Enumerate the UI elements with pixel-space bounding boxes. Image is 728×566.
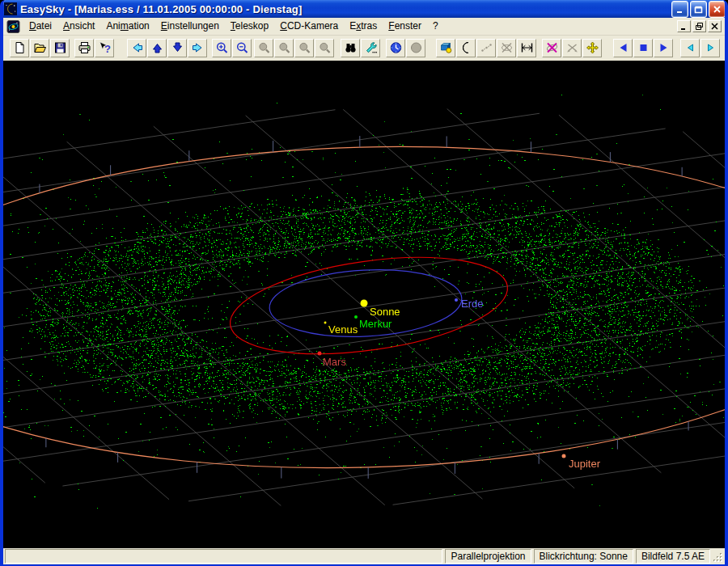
context-help-button[interactable]: ? <box>95 39 114 57</box>
scene-box-icon <box>439 41 453 54</box>
find-button[interactable] <box>341 39 360 57</box>
step-back-icon <box>684 41 697 54</box>
open-icon <box>33 41 47 54</box>
menu-teleskop[interactable]: Teleskop <box>225 18 274 35</box>
help-icon: ? <box>98 41 112 54</box>
mag-gray-icon <box>257 41 271 54</box>
toolbar-group <box>386 39 426 57</box>
status-panel-message <box>5 549 442 564</box>
step-forward-button[interactable] <box>700 39 720 57</box>
orbit-dots-icon <box>480 41 493 54</box>
menu-bar: DateiAnsichtAnimationEinstellungenTelesk… <box>3 18 725 36</box>
field-width-button[interactable] <box>517 39 536 57</box>
arrow-right-icon <box>191 41 205 54</box>
toolbar-group: ? <box>74 39 115 57</box>
toolbar-group <box>10 39 70 57</box>
menu-einstellungen[interactable]: Einstellungen <box>155 18 225 35</box>
sky-viewport: SonneMerkurVenusErdeMarsJupiter <box>3 61 725 548</box>
arrow-up-icon <box>150 41 164 54</box>
moon-view-button[interactable] <box>456 39 476 57</box>
mdi-minimize-button[interactable] <box>677 20 691 32</box>
status-panel-view-direction: Blickrichtung: Sonne <box>534 549 633 564</box>
clock-icon <box>389 41 403 54</box>
tracking-off-button <box>497 39 516 57</box>
app-moon-icon <box>4 2 17 15</box>
toolbar-group <box>127 39 208 57</box>
time-button[interactable] <box>386 39 405 57</box>
moon-icon <box>459 41 473 54</box>
title-bar[interactable]: EasySky - [Marias.ess / 11.01.2005 00:00… <box>0 0 728 18</box>
binoculars-icon <box>344 41 358 54</box>
maximize-button[interactable] <box>690 1 707 18</box>
anim-reverse-button[interactable] <box>613 39 633 57</box>
crossed-gray-icon <box>500 41 514 54</box>
horizon-view-button[interactable] <box>436 39 455 57</box>
play-back-icon <box>616 41 630 54</box>
open-button[interactable] <box>30 39 49 57</box>
crossed-gray2-icon <box>565 41 579 54</box>
toolbar-group <box>341 39 381 57</box>
anim-forward-button[interactable] <box>654 39 673 57</box>
sphere-button <box>406 39 425 57</box>
resize-grip[interactable] <box>713 549 724 564</box>
pan-left-button[interactable] <box>127 39 146 57</box>
toolbar-group <box>254 39 335 57</box>
menu-ansicht[interactable]: Ansicht <box>57 18 100 35</box>
no-track-button <box>562 39 582 57</box>
arrow-left-icon <box>130 41 144 54</box>
pan-right-button[interactable] <box>188 39 207 57</box>
orbit-path-button <box>476 39 496 57</box>
anim-stop-button[interactable] <box>633 39 653 57</box>
menu-extras[interactable]: Extras <box>344 18 383 35</box>
toolbar-group <box>436 39 537 57</box>
mag-gray-icon <box>277 41 291 54</box>
step-fwd-icon <box>704 41 717 54</box>
menu-?[interactable]: ? <box>427 18 444 35</box>
pan-up-button[interactable] <box>147 39 167 57</box>
toolbar-group <box>542 39 603 57</box>
step-back-button[interactable] <box>680 39 700 57</box>
save-button[interactable] <box>50 39 70 57</box>
status-bar: Parallelprojektion Blickrichtung: Sonne … <box>3 548 725 564</box>
sky-canvas[interactable] <box>3 61 725 548</box>
menu-fenster[interactable]: Fenster <box>383 18 427 35</box>
mag-gray-icon <box>298 41 311 54</box>
stop-icon <box>637 41 650 54</box>
zoom-preset-1-button <box>254 39 273 57</box>
circle-gray-icon <box>409 41 423 54</box>
toolbar-group <box>212 39 252 57</box>
new-icon <box>13 41 27 54</box>
wrench-icon <box>364 41 378 54</box>
menu-ccd-kamera[interactable]: CCD-Kamera <box>274 18 344 35</box>
mdi-restore-button[interactable] <box>692 20 706 32</box>
pan-down-button[interactable] <box>167 39 187 57</box>
move-icon <box>586 41 599 54</box>
status-panel-projection: Parallelprojektion <box>445 549 531 564</box>
zoom-preset-2-button <box>274 39 294 57</box>
zoom-in-button[interactable] <box>212 39 231 57</box>
toolbar-group <box>680 39 721 57</box>
center-object-button[interactable] <box>582 39 602 57</box>
mdi-close-button[interactable] <box>708 20 722 32</box>
main-toolbar: ? <box>3 36 725 61</box>
zoom-preset-3-button <box>294 39 314 57</box>
no-ellipse-icon <box>545 41 559 54</box>
arrow-down-icon <box>171 41 184 54</box>
status-panel-field: Bildfeld 7.5 AE <box>636 549 710 564</box>
toolbar-group <box>613 39 674 57</box>
measure-icon <box>520 41 534 54</box>
zoom-out-icon <box>235 41 249 54</box>
hide-orbits-button[interactable] <box>542 39 561 57</box>
menu-animation[interactable]: Animation <box>100 18 154 35</box>
zoom-out-button[interactable] <box>232 39 252 57</box>
minimize-button[interactable] <box>671 1 688 18</box>
print-button[interactable] <box>74 39 94 57</box>
window-title: EasySky - [Marias.ess / 11.01.2005 00:00… <box>20 3 671 15</box>
close-button[interactable] <box>709 1 726 18</box>
print-icon <box>78 41 91 54</box>
menu-datei[interactable]: Datei <box>23 18 57 35</box>
svg-text:?: ? <box>104 43 111 55</box>
new-button[interactable] <box>10 39 29 57</box>
play-fwd-icon <box>657 41 671 54</box>
settings-button[interactable] <box>361 39 380 57</box>
